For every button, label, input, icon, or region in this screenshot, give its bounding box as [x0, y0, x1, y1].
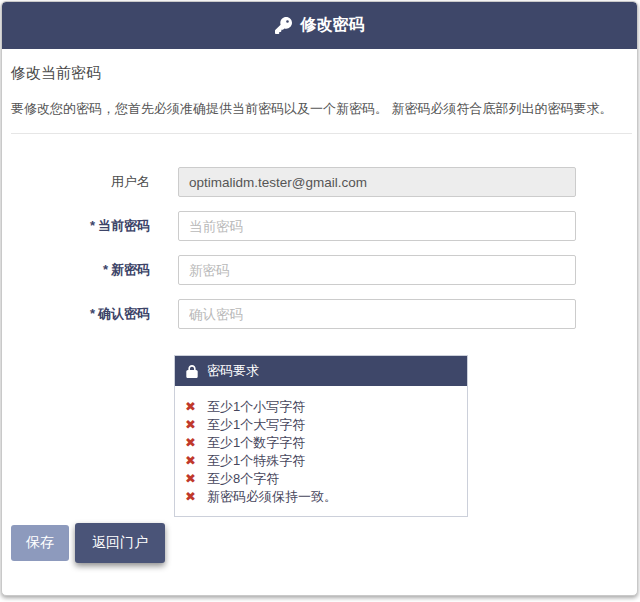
requirement-item: ✖ 至少1个数字字符	[185, 434, 457, 452]
current-password-label: *当前密码	[2, 217, 150, 235]
requirement-item: ✖ 新密码必须保持一致。	[185, 488, 457, 506]
x-mark-icon: ✖	[185, 416, 196, 434]
requirement-text: 至少1个大写字符	[207, 416, 305, 434]
requirement-item: ✖ 至少1个特殊字符	[185, 452, 457, 470]
new-password-label: *新密码	[2, 261, 150, 279]
confirm-password-field[interactable]	[178, 299, 576, 329]
required-marker: *	[90, 218, 95, 233]
required-marker: *	[103, 262, 108, 277]
new-password-field[interactable]	[178, 255, 576, 285]
requirement-text: 至少1个特殊字符	[207, 452, 305, 470]
form-row-confirm-password: *确认密码	[2, 299, 637, 329]
action-buttons: 保存 返回门户	[11, 523, 637, 563]
divider	[11, 133, 632, 134]
requirements-list: ✖ 至少1个小写字符 ✖ 至少1个大写字符 ✖ 至少1个数字字符 ✖ 至少1个特…	[175, 386, 467, 516]
requirement-item: ✖ 至少1个小写字符	[185, 398, 457, 416]
required-marker: *	[90, 306, 95, 321]
lock-icon	[186, 365, 198, 378]
page-title: 修改密码	[301, 15, 365, 36]
current-password-field[interactable]	[178, 211, 576, 241]
return-portal-button[interactable]: 返回门户	[75, 523, 165, 563]
save-button[interactable]: 保存	[11, 525, 69, 561]
form-row-new-password: *新密码	[2, 255, 637, 285]
requirement-item: ✖ 至少8个字符	[185, 470, 457, 488]
page-header: 修改密码	[2, 2, 637, 49]
section-description: 要修改您的密码，您首先必须准确提供当前密码以及一个新密码。 新密码必须符合底部列…	[11, 99, 628, 118]
form-row-current-password: *当前密码	[2, 211, 637, 241]
x-mark-icon: ✖	[185, 398, 196, 416]
key-icon	[275, 17, 292, 34]
x-mark-icon: ✖	[185, 452, 196, 470]
form-row-username: 用户名	[2, 167, 637, 197]
requirements-header: 密码要求	[175, 356, 467, 386]
requirement-text: 新密码必须保持一致。	[207, 488, 337, 506]
change-password-card: 修改密码 修改当前密码 要修改您的密码，您首先必须准确提供当前密码以及一个新密码…	[1, 1, 638, 596]
x-mark-icon: ✖	[185, 470, 196, 488]
requirement-item: ✖ 至少1个大写字符	[185, 416, 457, 434]
section-heading: 修改当前密码	[11, 64, 628, 83]
password-requirements-panel: 密码要求 ✖ 至少1个小写字符 ✖ 至少1个大写字符 ✖ 至少1个数字字符 ✖ …	[174, 355, 468, 517]
requirement-text: 至少8个字符	[207, 470, 279, 488]
x-mark-icon: ✖	[185, 434, 196, 452]
confirm-password-label: *确认密码	[2, 305, 150, 323]
username-field[interactable]	[178, 167, 576, 197]
requirement-text: 至少1个小写字符	[207, 398, 305, 416]
requirements-title: 密码要求	[207, 362, 259, 380]
username-label: 用户名	[2, 173, 150, 191]
x-mark-icon: ✖	[185, 488, 196, 506]
password-form: 用户名 *当前密码 *新密码 *确认密码	[2, 167, 637, 329]
requirement-text: 至少1个数字字符	[207, 434, 305, 452]
